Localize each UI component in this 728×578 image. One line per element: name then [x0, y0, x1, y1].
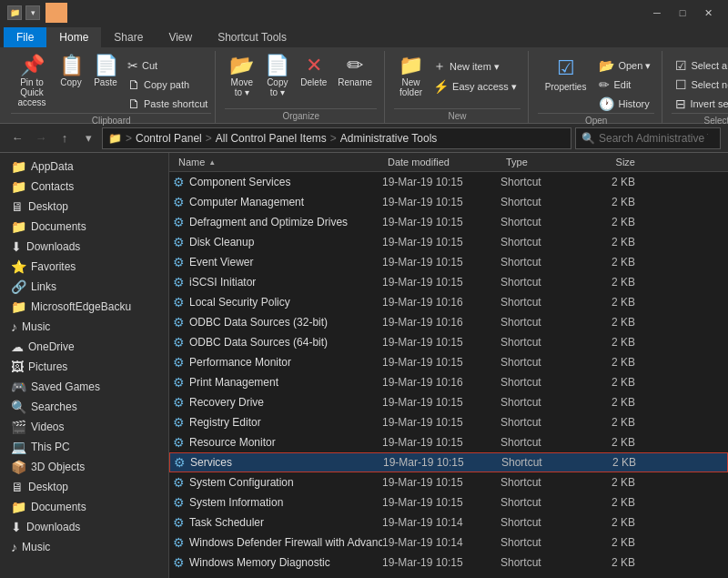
sidebar-item-5[interactable]: ⭐Favorites — [0, 257, 168, 277]
sidebar-item-6[interactable]: 🔗Links — [0, 277, 168, 297]
up-button[interactable]: ↑ — [55, 128, 75, 148]
ribbon-group-organize: 📂 Moveto ▾ 📄 Copyto ▾ ✕ Delete ✏ Rename … — [217, 51, 385, 123]
sidebar-item-13[interactable]: 🎬Videos — [0, 417, 168, 437]
back-button[interactable]: ← — [7, 128, 27, 148]
sidebar-item-7[interactable]: 📁MicrosoftEdgeBacku — [0, 297, 168, 317]
sidebar-label-16: Desktop — [28, 481, 68, 493]
cut-button[interactable]: ✂ Cut — [124, 56, 211, 75]
col-header-name[interactable]: Name ▲ — [173, 153, 382, 171]
select-all-button[interactable]: ☑ Select all — [672, 56, 728, 75]
sidebar-item-10[interactable]: 🖼Pictures — [0, 357, 168, 377]
sidebar-item-14[interactable]: 💻This PC — [0, 437, 168, 457]
copy-path-icon: 🗋 — [127, 77, 140, 92]
col-header-size[interactable]: Size — [592, 153, 646, 171]
tab-view[interactable]: View — [156, 27, 205, 47]
table-row[interactable]: ⚙ Task Scheduler 19-Mar-19 10:14 Shortcu… — [169, 512, 728, 532]
tab-home[interactable]: Home — [46, 27, 101, 47]
manage-tab[interactable] — [46, 3, 67, 23]
file-name-3: ⚙ Disk Cleanup — [173, 235, 382, 249]
tab-file[interactable]: File — [4, 27, 46, 47]
copy-path-button[interactable]: 🗋 Copy path — [124, 76, 211, 94]
maximize-button[interactable]: □ — [670, 0, 695, 25]
path-admin-tools[interactable]: Administrative Tools — [340, 132, 438, 145]
history-button[interactable]: 🕐 History — [595, 95, 654, 113]
sidebar-item-9[interactable]: ☁OneDrive — [0, 337, 168, 357]
table-row[interactable]: ⚙ Defragment and Optimize Drives 19-Mar-… — [169, 212, 728, 232]
quick-access-icon[interactable]: ▾ — [25, 5, 40, 20]
sidebar-item-2[interactable]: 🖥Desktop — [0, 197, 168, 217]
table-row[interactable]: ⚙ Computer Management 19-Mar-19 10:15 Sh… — [169, 192, 728, 212]
table-row[interactable]: ⚙ iSCSI Initiator 19-Mar-19 10:15 Shortc… — [169, 272, 728, 292]
table-row[interactable]: ⚙ ODBC Data Sources (32-bit) 19-Mar-19 1… — [169, 312, 728, 332]
sidebar-item-0[interactable]: 📁AppData — [0, 157, 168, 177]
sidebar-item-8[interactable]: ♪Music — [0, 317, 168, 337]
move-to-button[interactable]: 📂 Moveto ▾ — [225, 53, 258, 100]
paste-shortcut-button[interactable]: 🗋 Paste shortcut — [124, 95, 211, 113]
table-row[interactable]: ⚙ Performance Monitor 19-Mar-19 10:15 Sh… — [169, 352, 728, 372]
sidebar-item-4[interactable]: ⬇Downloads — [0, 237, 168, 257]
new-folder-button[interactable]: 📁 Newfolder — [394, 53, 428, 100]
table-row[interactable]: ⚙ Resource Monitor 19-Mar-19 10:15 Short… — [169, 432, 728, 452]
easy-access-button[interactable]: ⚡ Easy access ▾ — [430, 77, 521, 96]
sidebar-item-12[interactable]: 🔍Searches — [0, 397, 168, 417]
table-row[interactable]: ⚙ Local Security Policy 19-Mar-19 10:16 … — [169, 292, 728, 312]
recent-locations-button[interactable]: ▾ — [78, 128, 98, 148]
properties-button[interactable]: ☑ Properties — [538, 53, 594, 96]
edit-button[interactable]: ✏ Edit — [595, 76, 654, 94]
forward-button[interactable]: → — [31, 128, 51, 148]
sidebar-item-3[interactable]: 📁Documents — [0, 217, 168, 237]
file-icon-16: ⚙ — [173, 495, 185, 510]
path-control-panel[interactable]: Control Panel — [136, 132, 202, 145]
file-date-17: 19-Mar-19 10:14 — [382, 516, 500, 529]
table-row[interactable]: ⚙ Event Viewer 19-Mar-19 10:15 Shortcut … — [169, 252, 728, 272]
sidebar-item-19[interactable]: ♪Music — [0, 537, 168, 557]
address-path[interactable]: 📁 > Control Panel > All Control Panel It… — [102, 127, 571, 149]
col-header-date[interactable]: Date modified — [382, 153, 500, 171]
path-all-control-panel[interactable]: All Control Panel Items — [216, 132, 327, 145]
file-name-19: ⚙ Windows Memory Diagnostic — [173, 555, 382, 570]
sidebar-item-1[interactable]: 📁Contacts — [0, 177, 168, 197]
tab-shortcut-tools[interactable]: Shortcut Tools — [205, 27, 299, 47]
sidebar-item-18[interactable]: ⬇Downloads — [0, 517, 168, 537]
table-row[interactable]: ⚙ Component Services 19-Mar-19 10:15 Sho… — [169, 172, 728, 192]
table-row[interactable]: ⚙ Services 19-Mar-19 10:15 Shortcut 2 KB — [169, 452, 728, 472]
tab-share[interactable]: Share — [101, 27, 156, 47]
edit-icon: ✏ — [599, 77, 610, 92]
ribbon: 📌 Pin to Quickaccess 📋 Copy 📄 Paste ✂ Cu… — [0, 47, 728, 124]
pin-to-quick-access-button[interactable]: 📌 Pin to Quickaccess — [11, 53, 53, 110]
close-button[interactable]: ✕ — [695, 0, 721, 25]
open-button[interactable]: 📂 Open ▾ — [595, 56, 654, 75]
sidebar-item-16[interactable]: 🖥Desktop — [0, 477, 168, 497]
col-header-type[interactable]: Type — [500, 153, 592, 171]
table-row[interactable]: ⚙ ODBC Data Sources (64-bit) 19-Mar-19 1… — [169, 332, 728, 352]
new-item-button[interactable]: ＋ New item ▾ — [430, 56, 521, 76]
invert-selection-button[interactable]: ⊟ Invert selection — [672, 95, 728, 113]
file-list: Name ▲ Date modified Type Size ⚙ Compone… — [169, 153, 728, 578]
sidebar-icon-10: 🖼 — [11, 360, 24, 374]
search-box[interactable]: 🔍 — [575, 127, 721, 149]
table-row[interactable]: ⚙ System Configuration 19-Mar-19 10:15 S… — [169, 472, 728, 492]
copy-button[interactable]: 📋 Copy — [55, 53, 87, 90]
search-input[interactable] — [599, 132, 708, 145]
sidebar-item-11[interactable]: 🎮Saved Games — [0, 377, 168, 397]
file-size-17: 2 KB — [592, 516, 646, 529]
file-type-1: Shortcut — [500, 196, 592, 208]
table-row[interactable]: ⚙ Recovery Drive 19-Mar-19 10:15 Shortcu… — [169, 392, 728, 412]
easy-access-icon: ⚡ — [433, 79, 449, 94]
sidebar-item-17[interactable]: 📁Documents — [0, 497, 168, 517]
delete-button[interactable]: ✕ Delete — [296, 53, 331, 90]
minimize-button[interactable]: ─ — [644, 0, 670, 25]
ribbon-group-clipboard: 📌 Pin to Quickaccess 📋 Copy 📄 Paste ✂ Cu… — [4, 51, 216, 123]
table-row[interactable]: ⚙ System Information 19-Mar-19 10:15 Sho… — [169, 492, 728, 512]
rename-button[interactable]: ✏ Rename — [333, 53, 377, 90]
copy-to-button[interactable]: 📄 Copyto ▾ — [260, 53, 294, 100]
table-row[interactable]: ⚙ Registry Editor 19-Mar-19 10:15 Shortc… — [169, 412, 728, 432]
table-row[interactable]: ⚙ Disk Cleanup 19-Mar-19 10:15 Shortcut … — [169, 232, 728, 252]
sidebar-label-6: Links — [31, 280, 56, 293]
sidebar-item-15[interactable]: 📦3D Objects — [0, 457, 168, 477]
table-row[interactable]: ⚙ Windows Memory Diagnostic 19-Mar-19 10… — [169, 553, 728, 573]
paste-button[interactable]: 📄 Paste — [89, 53, 122, 90]
table-row[interactable]: ⚙ Print Management 19-Mar-19 10:16 Short… — [169, 372, 728, 392]
select-none-button[interactable]: ☐ Select none — [672, 76, 728, 94]
table-row[interactable]: ⚙ Windows Defender Firewall with Advanc.… — [169, 532, 728, 553]
